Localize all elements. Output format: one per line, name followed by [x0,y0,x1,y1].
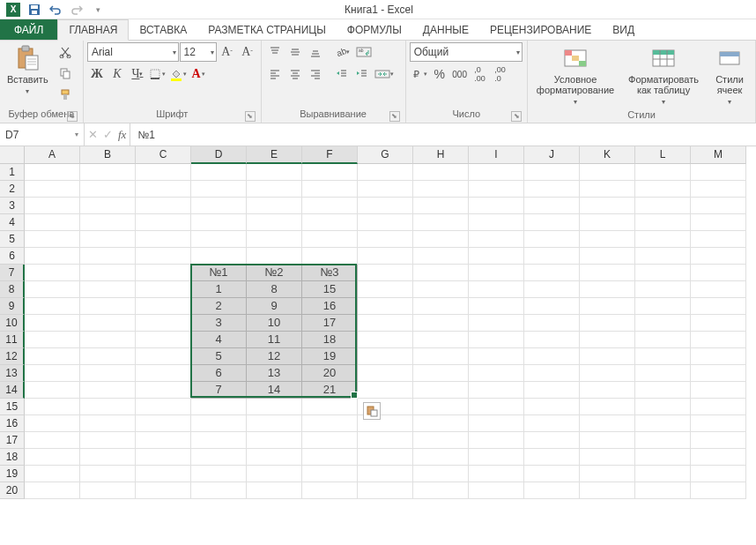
cell[interactable] [191,231,247,248]
cell[interactable] [635,332,691,348]
tab-file[interactable]: ФАЙЛ [0,19,57,40]
cell[interactable] [136,298,191,315]
cell[interactable] [580,432,635,449]
cell[interactable] [635,432,691,449]
cell[interactable] [191,399,247,415]
cell[interactable] [635,399,691,415]
cell[interactable] [80,348,136,365]
increase-font-icon[interactable]: Aˆ [218,42,237,62]
cell[interactable] [302,248,358,265]
cell[interactable] [80,248,136,265]
tab-insert[interactable]: ВСТАВКА [129,19,197,40]
cell[interactable] [358,281,413,298]
cell[interactable] [524,248,580,265]
cell[interactable] [469,466,524,482]
italic-icon[interactable]: К [107,64,127,84]
column-header[interactable]: J [524,146,580,164]
cell[interactable] [413,365,469,382]
cell[interactable] [191,181,247,198]
cell[interactable] [580,449,635,466]
cell[interactable]: 18 [302,332,358,348]
cell[interactable] [580,231,635,248]
cell[interactable] [635,466,691,482]
cell[interactable] [580,382,635,399]
cell[interactable] [469,231,524,248]
cell[interactable] [136,181,191,198]
cell[interactable] [635,198,691,214]
cell[interactable] [358,198,413,214]
cell[interactable] [25,231,80,248]
cell[interactable] [580,315,635,332]
cell[interactable] [524,382,580,399]
cell[interactable] [580,164,635,181]
cell[interactable] [691,198,746,214]
cell[interactable] [191,214,247,231]
row-header[interactable]: 15 [0,399,25,415]
cell[interactable] [469,281,524,298]
cell[interactable] [413,281,469,298]
cell[interactable] [136,281,191,298]
cell[interactable] [358,214,413,231]
cell[interactable] [25,281,80,298]
font-name-combo[interactable]: Arial▾ [87,42,179,62]
accounting-icon[interactable]: ₽▾ [410,64,429,84]
cell[interactable] [524,181,580,198]
cell[interactable] [580,482,635,499]
cell[interactable] [302,466,358,482]
tab-home[interactable]: ГЛАВНАЯ [57,19,129,41]
copy-icon[interactable] [56,63,75,83]
cell[interactable] [413,298,469,315]
font-launcher-icon[interactable]: ⬊ [245,111,256,122]
cell[interactable] [25,449,80,466]
row-header[interactable]: 5 [0,231,25,248]
number-format-combo[interactable]: Общий▾ [410,42,523,62]
cell[interactable] [524,415,580,432]
cell[interactable] [524,281,580,298]
row-header[interactable]: 6 [0,248,25,265]
cell[interactable]: 20 [302,365,358,382]
fill-color-icon[interactable]: ▾ [168,64,188,84]
cell[interactable] [136,449,191,466]
cell[interactable] [25,181,80,198]
cell[interactable] [635,365,691,382]
cell[interactable] [469,181,524,198]
row-header[interactable]: 8 [0,281,25,298]
cell[interactable] [524,214,580,231]
paste-options-icon[interactable] [363,402,381,420]
cell[interactable]: 11 [247,332,302,348]
cell[interactable] [80,265,136,281]
cell[interactable] [580,348,635,365]
cell[interactable] [80,231,136,248]
cell[interactable] [247,482,302,499]
cell[interactable] [524,482,580,499]
cell[interactable] [469,449,524,466]
cell[interactable] [136,214,191,231]
cell[interactable] [524,432,580,449]
cell[interactable] [580,248,635,265]
cell[interactable] [580,198,635,214]
cell[interactable] [25,415,80,432]
cell[interactable] [635,281,691,298]
cell[interactable] [691,332,746,348]
cell[interactable] [25,248,80,265]
insert-function-icon[interactable]: fx [118,128,126,142]
cell[interactable] [136,231,191,248]
cell[interactable] [25,348,80,365]
cell[interactable]: 4 [191,332,247,348]
cell[interactable]: 7 [191,382,247,399]
cell[interactable] [25,265,80,281]
cell[interactable] [413,265,469,281]
cell[interactable]: 12 [247,348,302,365]
increase-decimal-icon[interactable]: ,0.00 [471,64,490,84]
row-header[interactable]: 14 [0,382,25,399]
cell[interactable] [524,399,580,415]
cell[interactable] [136,415,191,432]
cell[interactable] [358,248,413,265]
cell[interactable] [635,315,691,332]
cell[interactable] [469,298,524,315]
column-header[interactable]: H [413,146,469,164]
cell[interactable] [358,365,413,382]
align-middle-icon[interactable] [285,42,305,62]
cell[interactable] [413,198,469,214]
cell[interactable] [635,231,691,248]
